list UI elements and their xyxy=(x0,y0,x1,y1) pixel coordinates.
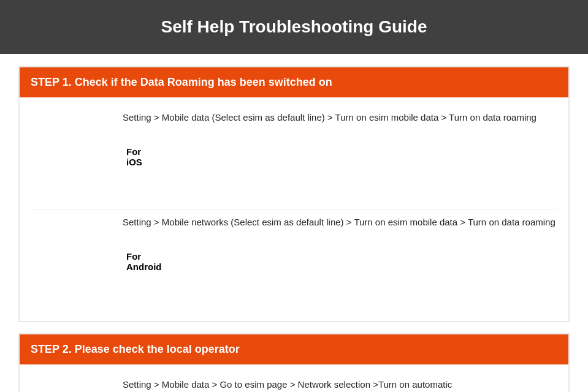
step1-ios-description: Setting > Mobile data (Select esim as de… xyxy=(123,111,536,125)
step2-ios-label: For iOS xyxy=(31,378,123,392)
main-content: STEP 1. Check if the Data Roaming has be… xyxy=(0,54,588,392)
step1-android-description: Setting > Mobile networks (Select esim a… xyxy=(123,216,556,230)
step1-ios-row: For iOS Setting > Mobile data (Select es… xyxy=(31,105,557,209)
step1-header: STEP 1. Check if the Data Roaming has be… xyxy=(20,67,568,97)
step2-header: STEP 2. Please check the local operator xyxy=(20,334,568,364)
page-header: Self Help Troubleshooting Guide xyxy=(0,0,588,54)
step1-ios-label-text: For iOS xyxy=(126,146,142,167)
step1-heading: STEP 1. Check if the Data Roaming has be… xyxy=(31,76,332,88)
step1-android-label: 🤖 For Android xyxy=(31,216,123,307)
apple-icon-2 xyxy=(31,378,123,392)
step1-android-row: 🤖 For Android Setting > Mobile networks … xyxy=(31,209,557,314)
step2-heading: STEP 2. Please check the local operator xyxy=(31,343,240,355)
step1-android-label-text: For Android xyxy=(126,251,162,272)
android-icon: 🤖 xyxy=(31,216,123,307)
step1-block: STEP 1. Check if the Data Roaming has be… xyxy=(18,66,570,322)
page-title: Self Help Troubleshooting Guide xyxy=(12,17,576,37)
step2-ios-description: Setting > Mobile data > Go to esim page … xyxy=(123,378,452,392)
step2-body: For iOS Setting > Mobile data > Go to es… xyxy=(20,364,568,392)
apple-icon xyxy=(31,111,123,203)
step1-ios-label: For iOS xyxy=(31,111,123,203)
step2-ios-row: For iOS Setting > Mobile data > Go to es… xyxy=(31,372,557,392)
step2-block: STEP 2. Please check the local operator … xyxy=(18,333,570,392)
step1-body: For iOS Setting > Mobile data (Select es… xyxy=(20,97,568,321)
